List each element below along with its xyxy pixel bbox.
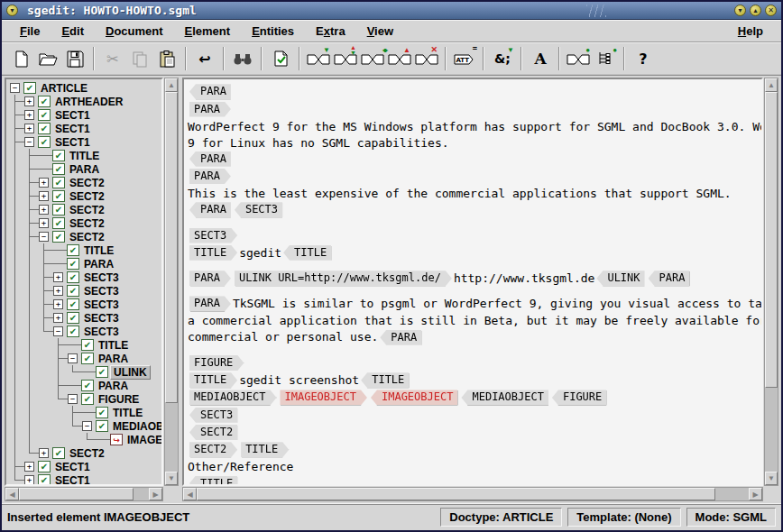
sgml-close-tag[interactable]: SECT2 [189, 425, 237, 440]
tree-toggle-minus[interactable]: − [10, 83, 20, 93]
insert-parent-element-button[interactable]: ▲ [386, 46, 413, 71]
tree-node-sect2[interactable]: +✔SECT2 [6, 216, 161, 230]
tree-toggle-plus[interactable]: + [39, 191, 49, 201]
scroll-trough[interactable] [19, 488, 149, 500]
scroll-thumb[interactable] [197, 488, 715, 500]
tree-node-para[interactable]: ✔PARA [6, 257, 161, 271]
tree-toggle-plus[interactable]: + [24, 475, 34, 485]
tree-toggle-plus[interactable]: + [24, 124, 34, 133]
minimize-button[interactable]: ▾ [734, 5, 746, 16]
tree-toggle-plus[interactable]: + [53, 272, 63, 282]
scroll-left-arrow[interactable]: ◀ [5, 488, 19, 500]
sgml-open-tag[interactable]: ULINK URL=http://www.tksgml.de/ [235, 271, 452, 286]
tree-node-title[interactable]: ✔TITLE [6, 243, 161, 257]
editor-vertical-scrollbar[interactable]: ▲ ▼ [764, 78, 778, 486]
scroll-left-arrow[interactable]: ◀ [183, 488, 197, 500]
tree-toggle-minus[interactable]: − [24, 137, 34, 147]
tree-node-para[interactable]: ✔PARA [6, 162, 161, 176]
sgml-open-tag[interactable]: SECT3 [189, 228, 237, 243]
menu-view[interactable]: View [356, 22, 404, 41]
toggle-tree-button[interactable]: ● [592, 46, 619, 71]
sgml-open-tag[interactable]: MEDIAOBJECT [189, 390, 276, 405]
undo-button[interactable]: ↩ [191, 46, 218, 71]
copy-button[interactable] [126, 46, 153, 71]
document-editor[interactable]: PARAPARAWordPerfect 9 for the MS Windows… [182, 78, 763, 486]
paste-button[interactable] [153, 46, 180, 71]
tree-node-mediaobj[interactable]: −✔MEDIAOBJ [6, 419, 161, 433]
scroll-trough[interactable] [165, 92, 178, 472]
tree-node-sect3[interactable]: +✔SECT3 [6, 298, 161, 311]
tree-node-sect2[interactable]: +✔SECT2 [6, 176, 161, 189]
tree-horizontal-scrollbar[interactable]: ◀ ▶ [5, 487, 163, 501]
insert-entity-button[interactable]: &;▼ [489, 46, 516, 71]
tree-node-figure[interactable]: −✔FIGURE [6, 392, 161, 406]
tree-node-para[interactable]: ✔PARA [6, 379, 161, 392]
menu-document[interactable]: Document [95, 22, 174, 41]
tree-node-title[interactable]: ✔TITLE [6, 338, 161, 352]
sgml-open-tag[interactable]: TITLE [189, 245, 237, 261]
tree-node-sect2[interactable]: +✔SECT2 [6, 203, 161, 216]
sgml-close-tag[interactable]: MEDIAOBJECT [461, 390, 548, 405]
scroll-up-arrow[interactable]: ▲ [765, 78, 778, 92]
sgml-close-tag[interactable]: IMAGEOBJECT [371, 390, 457, 405]
menu-entities[interactable]: Entities [241, 22, 305, 41]
tree-toggle-minus[interactable]: − [82, 421, 92, 431]
tree-toggle-plus[interactable]: + [39, 218, 49, 228]
tree-toggle-plus[interactable]: + [53, 313, 63, 323]
sgml-open-tag[interactable]: PARA [189, 169, 231, 184]
tree-node-sect1[interactable]: +✔SECT1 [6, 108, 161, 122]
attribute-editor-button[interactable]: ATT= [451, 46, 478, 71]
context-help-button[interactable]: ? [630, 46, 657, 71]
tree-node-sect2[interactable]: −✔SECT2 [6, 230, 161, 243]
scroll-thumb[interactable] [165, 92, 178, 403]
tree-toggle-plus[interactable]: + [24, 110, 34, 120]
scroll-up-arrow[interactable]: ▲ [165, 78, 178, 92]
scroll-trough[interactable] [197, 488, 749, 500]
tree-node-para[interactable]: −✔PARA [6, 352, 161, 365]
find-button[interactable] [229, 46, 256, 71]
titlebar[interactable]: ▾ sgedit: HOWTO-HOWTO.sgml ▾ ▴ ✕ [2, 2, 781, 20]
menu-help[interactable]: Help [727, 22, 774, 41]
scroll-thumb[interactable] [19, 488, 134, 500]
sgml-close-tag[interactable]: PARA [189, 84, 231, 99]
sgml-open-tag[interactable]: PARA [189, 296, 231, 311]
tree-toggle-minus[interactable]: − [53, 326, 63, 336]
tree-toggle-plus[interactable]: + [24, 462, 34, 472]
save-button[interactable] [61, 46, 88, 71]
tree-node-sect3[interactable]: +✔SECT3 [6, 311, 161, 325]
sgml-open-tag[interactable]: FIGURE [189, 355, 244, 371]
close-button[interactable]: ✕ [765, 5, 777, 16]
scroll-down-arrow[interactable]: ▼ [765, 472, 778, 485]
tree-node-article[interactable]: −✔ARTICLE [6, 81, 161, 95]
sgml-close-tag[interactable]: TITLE [283, 245, 331, 261]
tree-node-sect3[interactable]: +✔SECT3 [6, 284, 161, 298]
scroll-down-arrow[interactable]: ▼ [165, 472, 178, 485]
scroll-right-arrow[interactable]: ▶ [749, 488, 762, 500]
sgml-open-tag[interactable]: PARA [189, 102, 231, 117]
menu-extra[interactable]: Extra [305, 22, 356, 41]
tree-node-title[interactable]: ✔TITLE [6, 406, 161, 419]
tree-node-sect2[interactable]: +✔SECT2 [6, 446, 161, 460]
tree-toggle-minus[interactable]: − [39, 232, 49, 242]
sgml-open-tag[interactable]: SECT2 [189, 442, 237, 457]
scroll-trough[interactable] [765, 92, 778, 472]
tree-toggle-minus[interactable]: − [68, 353, 78, 363]
sgml-close-tag[interactable]: TITLE [189, 476, 237, 486]
tree-toggle-plus[interactable]: + [24, 96, 34, 106]
editor-horizontal-scrollbar[interactable]: ◀ ▶ [182, 487, 763, 501]
sgml-close-tag[interactable]: FIGURE [552, 390, 606, 405]
insert-element-button[interactable]: ▼ [305, 46, 332, 71]
sgml-close-tag[interactable]: SECT3 [189, 408, 237, 423]
tree-node-sect1[interactable]: +✔SECT1 [6, 473, 161, 486]
tree-node-imageoe[interactable]: ↪IMAGEOE [6, 433, 161, 446]
scroll-thumb[interactable] [765, 92, 778, 388]
toggle-tags-button[interactable]: ● [565, 46, 592, 71]
menu-edit[interactable]: Edit [51, 22, 95, 41]
scroll-right-arrow[interactable]: ▶ [149, 488, 162, 500]
sgml-close-tag[interactable]: PARA [189, 151, 231, 167]
tree-toggle-plus[interactable]: + [39, 448, 49, 458]
tree-vertical-scrollbar[interactable]: ▲ ▼ [164, 78, 179, 486]
sgml-open-tag[interactable]: PARA [189, 271, 231, 286]
new-document-button[interactable] [7, 46, 34, 71]
tree-node-title[interactable]: ✔TITLE [6, 149, 161, 162]
